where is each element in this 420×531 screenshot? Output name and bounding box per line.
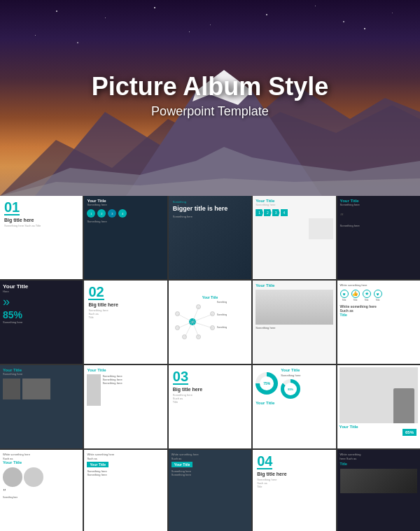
slide-8[interactable]: Your Title Something	[169, 281, 251, 364]
photo-right	[22, 378, 50, 399]
svg-line-10	[185, 322, 192, 337]
slide-18-white-title: White something hereSuch as	[172, 453, 248, 460]
slide-15[interactable]: 65% Your Title	[337, 365, 420, 448]
slide-7-big-title: Big title here	[88, 302, 162, 307]
donut-2: 85%	[281, 379, 300, 399]
slide-14-content: 75% Your Title Something here 85%	[255, 368, 332, 399]
slide-2-text: Something here	[87, 220, 164, 223]
slide-13-num: 03	[173, 369, 188, 385]
icon-circle-check: ♥ Title	[374, 290, 382, 302]
slide-12-text-area: Something hereSomething hereSomething he…	[102, 374, 164, 406]
slide-14-title: Your Title	[281, 368, 300, 372]
slide-9-photo	[255, 290, 332, 325]
slide-15-badge: 65%	[402, 429, 416, 436]
slide-19-num: 04	[257, 454, 272, 469]
circle-4: 4	[118, 209, 127, 218]
slide-4-steps: 1 2 3 4	[255, 209, 332, 216]
slide-15-photo	[340, 367, 418, 423]
slide-20-photo	[340, 469, 417, 493]
slide-13[interactable]: 03 Big title here Something hereSuch asT…	[169, 365, 251, 448]
donut-container-1: 75%	[255, 372, 278, 395]
slide-6-pct: 85%	[3, 309, 80, 320]
slide-2[interactable]: Your Title Something here 1 2 3 4 Someth…	[84, 196, 167, 279]
slide-5[interactable]: Your Title Something here " Something he…	[337, 196, 420, 279]
slide-9-text: Something here	[255, 326, 332, 330]
slide-8-network: Something Something Something	[172, 301, 248, 350]
slide-19[interactable]: 04 Big title here Something hereSuch asT…	[253, 450, 335, 531]
slide-10-title: White something hereSuch asTitle	[340, 304, 417, 317]
ndot-label-1: Something	[217, 301, 227, 304]
slide-19-text: Something hereSuch asTitle	[257, 478, 331, 488]
slide-12-title: Your Title	[87, 368, 164, 372]
hero-subtitle: Powerpoint Template	[92, 104, 329, 119]
slide-13-small-text: Something hereSuch asTitle	[173, 393, 247, 404]
slide-12-text: Something hereSomething hereSomething he…	[102, 374, 164, 385]
slide-18-teal-box: Your Title	[172, 462, 193, 467]
slide-5-sub: Something here	[340, 203, 417, 206]
donut-1-label: 75%	[260, 376, 274, 390]
circle-2: 2	[97, 209, 106, 218]
slide-3-sub: Something here	[173, 215, 247, 218]
person-photo-2	[24, 467, 43, 487]
step-1: 1	[255, 209, 263, 216]
slide-3[interactable]: Something Bigger title is here Something…	[169, 196, 251, 279]
step-2: 2	[264, 209, 272, 216]
slide-17-teal-box: Your Title	[87, 462, 108, 467]
slide-1-small-text: Something here Such as Title	[4, 224, 78, 227]
slide-4[interactable]: Your Title Something here 1 2 3 4	[253, 196, 335, 279]
slide-6-sub: Here	[3, 290, 80, 293]
slide-14-sub: Something here	[281, 374, 300, 377]
donut-2-label: 85%	[284, 383, 297, 395]
slide-18-text: Something hereSomething here	[172, 469, 248, 476]
ndot-label-3: Something	[217, 326, 227, 329]
slide-6-arrows: »	[3, 295, 80, 309]
slide-12[interactable]: Your Title Something hereSomething hereS…	[84, 365, 167, 448]
hero-text: Picture Album Style Powerpoint Template	[92, 72, 329, 119]
slide-18-title: Your Title	[174, 462, 190, 467]
slide-20-white-title: White somethinghere Such as	[340, 453, 417, 460]
slide-7[interactable]: 02 Big title here Something hereSuch asT…	[84, 281, 167, 364]
slide-1-big-title: Big title here	[4, 218, 78, 222]
slide-10[interactable]: White something here ♥ Title 👍 Title ★ T…	[337, 281, 420, 364]
slide-4-sub: Something here	[255, 203, 332, 206]
slide-7-small-text: Something hereSuch asTitle	[88, 309, 162, 320]
slide-19-big-title: Big title here	[257, 472, 331, 476]
slide-2-sub: Something here	[87, 203, 164, 206]
slide-8-title: Your Title	[202, 295, 218, 299]
slide-11-sub: Something here	[3, 372, 80, 376]
slide-13-big-title: Big title here	[173, 387, 247, 392]
slide-3-big: Bigger title is here	[173, 205, 247, 213]
slide-17-white-title: White something hereSuch as	[87, 453, 164, 460]
slide-16-quote-text: Something here	[3, 496, 80, 499]
slide-14-text: Your Title Something here 85%	[281, 368, 300, 399]
slide-20-title: Title	[340, 462, 417, 466]
slide-9[interactable]: Your Title Something here	[253, 281, 335, 364]
slide-1-num: 01	[4, 200, 20, 215]
photo-left	[3, 378, 20, 399]
slide-5-quote: "	[340, 212, 417, 222]
slide-1[interactable]: 01 Big title here Something here Such as…	[0, 196, 83, 279]
donut-1: 75%	[255, 372, 278, 395]
slide-16[interactable]: White something hereSuch as Your Title "…	[0, 450, 83, 531]
slide-3-label: Something	[173, 200, 247, 204]
slide-17[interactable]: White something hereSuch as Your Title S…	[84, 450, 167, 531]
star-icon: ★	[363, 290, 371, 298]
slide-11[interactable]: Your Title Something here	[0, 365, 83, 448]
hero-section: Picture Album Style Powerpoint Template	[0, 0, 420, 196]
slide-4-photo	[309, 218, 333, 239]
slide-2-circles: 1 2 3 4	[87, 209, 164, 218]
slide-16-title: Your Title	[3, 460, 80, 465]
slide-14[interactable]: 75% Your Title Something here 85% Your T…	[253, 365, 335, 448]
slide-18[interactable]: White something hereSuch as Your Title S…	[169, 450, 251, 531]
thumb-icon: 👍	[351, 290, 360, 298]
icon-heart: ♥ Title	[340, 290, 349, 302]
slide-6[interactable]: Your Title Here » 85% Something here	[0, 281, 83, 364]
slide-20[interactable]: White somethinghere Such as Title	[337, 450, 420, 531]
slide-17-text: Something hereSomething here	[87, 469, 164, 476]
svg-line-8	[192, 322, 213, 328]
slide-16-photos	[3, 467, 80, 487]
step-4: 4	[281, 209, 288, 216]
slide-16-white-title: White something hereSuch as	[3, 453, 80, 460]
person-silhouette	[393, 388, 414, 423]
svg-line-12	[178, 314, 192, 322]
